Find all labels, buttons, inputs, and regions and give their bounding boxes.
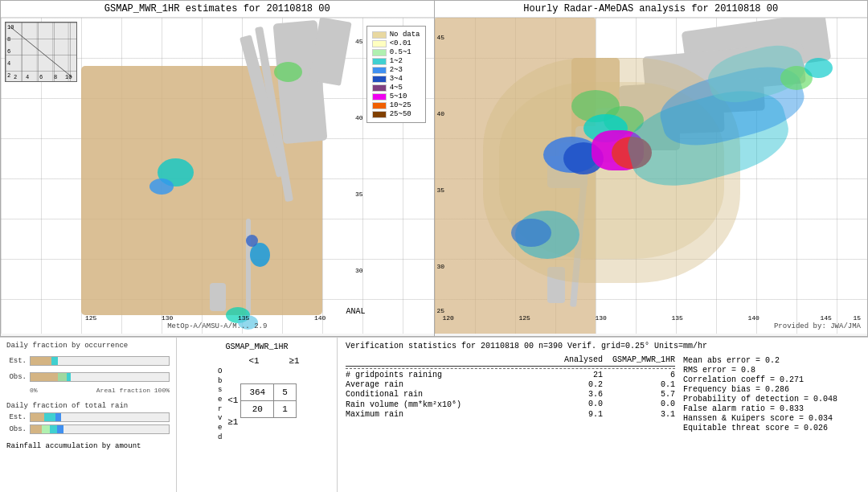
obs-bar-tan (31, 373, 58, 381)
stats-row-3: Rain volume (mm*km²x10⁶) 0.0 0.0 (346, 400, 675, 409)
legend-4-5-color (372, 84, 387, 92)
est-bar-cyan (51, 357, 59, 365)
stat-line-0: Mean abs error = 0.2 (683, 356, 860, 365)
stat-line-1: RMS error = 0.8 (683, 366, 860, 375)
right-rain-ryukyu2 (511, 219, 551, 247)
legend-001-color (372, 40, 387, 47)
val-3-gsmap: 0.0 (603, 400, 675, 409)
row-header-less1: <1 (224, 396, 240, 405)
left-map-panel: GSMAP_MWR_1HR estimates for 20110818 00 (0, 0, 434, 337)
stats-row-0: # gridpoints raining 21 6 (346, 371, 675, 379)
right-watermark: Provided by: JWA/JMA (774, 322, 861, 330)
legend-1-2: 1~2 (372, 57, 420, 65)
main-container: GSMAP_MWR_1HR estimates for 20110818 00 (0, 0, 868, 492)
left-watermark: MetOp-A/AMSU-A/M... 2.9 (167, 322, 267, 330)
table-rows-container: <1 364 5 20 1 (224, 383, 296, 427)
left-ryukyu (246, 219, 251, 315)
right-x-140: 140 (748, 314, 760, 322)
val-1-gsmap: 0.1 (603, 380, 675, 389)
legend-3-4-color (372, 76, 387, 83)
metric-3: Rain volume (mm*km²x10⁶) (346, 400, 555, 409)
left-x-135: 135 (238, 314, 249, 322)
val-4-gsmap: 3.1 (603, 410, 675, 419)
left-taiwan (210, 283, 226, 311)
est-label-1: Est. (6, 357, 27, 365)
right-y-25: 25 (437, 307, 445, 314)
header-gsmap: GSMAP_MWR_1HR (603, 355, 675, 364)
est-rain-cyan (44, 413, 55, 421)
obs-rain-cyan (50, 425, 57, 433)
stat-line-7: Equitable threat score = 0.026 (683, 424, 860, 433)
left-rain-green1 (274, 62, 302, 82)
est-rain-bar (30, 412, 170, 422)
stats-row-4: Maximum rain 9.1 3.1 (346, 410, 675, 419)
row-ge1-label-row: ≥1 (224, 417, 296, 427)
legend-25-50-color (372, 111, 387, 118)
right-x-130: 130 (596, 314, 607, 322)
right-x-125: 125 (519, 314, 530, 322)
legend-001-label: <0.01 (390, 39, 411, 47)
val-2-analysed: 3.6 (555, 390, 603, 399)
bottom-row: Daily fraction by occurrence Est. Obs. 0… (0, 338, 868, 492)
table-row-top: 364 5 (241, 383, 296, 400)
right-x-15: 15 (853, 314, 861, 322)
legend-05-1: 0.5~1 (372, 48, 420, 56)
rain-section: Daily fraction of total rain Est. Obs. (6, 402, 170, 436)
val-0-analysed: 21 (555, 371, 603, 379)
val-1-analysed: 0.2 (555, 380, 603, 389)
stat-line-6: Hanssen & Kuipers score = 0.034 (683, 414, 860, 423)
legend-25-50-label: 25~50 (390, 110, 411, 118)
left-y-label-top: 45 (355, 38, 363, 45)
legend-25-50: 25~50 (372, 110, 420, 118)
obs-rain-row: Obs. (6, 424, 170, 435)
right-y-40: 40 (437, 110, 445, 117)
est-occurrence-bar (30, 356, 170, 366)
legend-no-data-label: No data (390, 31, 420, 39)
table-body-row: O b s e r v e d <1 (218, 367, 314, 443)
rain-title: Daily fraction of total rain (6, 402, 170, 410)
metric-2: Conditional rain (346, 390, 555, 399)
obs-rain-bar (30, 424, 170, 434)
legend-no-data: No data (372, 31, 420, 39)
legend-2-3-label: 2~3 (390, 66, 403, 74)
occurrence-axis: 0% Areal fraction 100% (6, 387, 170, 394)
est-rain-row: Est. (6, 412, 170, 423)
legend-3-4-label: 3~4 (390, 75, 403, 83)
right-map-title: Hourly Radar-AMeDAS analysis for 2011081… (435, 1, 868, 18)
right-rain-cyan2 (805, 58, 833, 78)
metric-1: Average rain (346, 380, 555, 389)
left-x-125: 125 (85, 314, 96, 322)
left-x-130: 130 (162, 314, 173, 322)
left-x-140: 140 (314, 314, 326, 322)
est-bar-tan (31, 357, 51, 365)
occurrence-title: Daily fraction by occurrence (6, 342, 170, 350)
header-metric (346, 355, 555, 364)
legend-05-1-label: 0.5~1 (390, 48, 411, 56)
inset-diagonal (6, 23, 76, 81)
row-less1: <1 364 5 20 1 (224, 383, 296, 418)
contingency-outer: <1 ≥1 O b s e r v e d (199, 356, 314, 443)
legend-5-10-label: 5~10 (390, 92, 407, 100)
obs-occurrence-bar (30, 372, 170, 382)
stat-line-3: Frequency bias = 0.286 (683, 385, 860, 394)
left-y-label-mid2: 35 (355, 191, 363, 198)
est-rain-tan (31, 413, 44, 421)
header-analysed: Analysed (555, 355, 603, 364)
obs-occurrence-row: Obs. (6, 371, 170, 383)
cell-tl: 364 (241, 383, 274, 400)
inset-map: 10 8 6 4 2 2 4 6 8 10 (5, 22, 77, 82)
pct-100: Areal fraction 100% (96, 387, 170, 394)
pct-0: 0% (30, 387, 38, 394)
right-y-45: 45 (437, 34, 445, 41)
stats-right: Mean abs error = 0.2 RMS error = 0.8 Cor… (683, 355, 860, 433)
val-3-analysed: 0.0 (555, 400, 603, 409)
legend-box: No data <0.01 0.5~1 1~2 (366, 26, 426, 123)
legend-5-10: 5~10 (372, 92, 420, 100)
cell-br: 1 (274, 400, 297, 417)
stat-line-5: False alarm ratio = 0.833 (683, 404, 860, 413)
right-map-panel: Hourly Radar-AMeDAS analysis for 2011081… (434, 0, 869, 337)
stats-row-1: Average rain 0.2 0.1 (346, 380, 675, 389)
legend-001: <0.01 (372, 39, 420, 47)
maps-row: GSMAP_MWR_1HR estimates for 20110818 00 (0, 0, 868, 338)
legend-2-3: 2~3 (372, 66, 420, 74)
